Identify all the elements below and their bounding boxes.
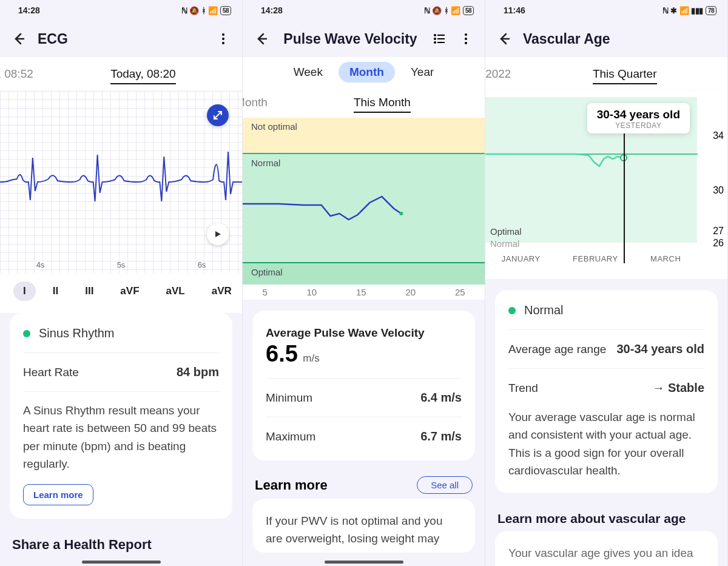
range-week[interactable]: Week (283, 62, 334, 83)
pwv-line (243, 118, 485, 288)
svg-point-7 (434, 41, 436, 44)
back-icon[interactable] (496, 31, 512, 47)
bluetooth-icon: ᚼ (201, 6, 206, 15)
app-header: Pulse Wave Velocity (243, 21, 485, 57)
va-tooltip: 30-34 years old YESTERDAY (587, 103, 690, 133)
vascular-age-chart[interactable]: 30-34 years old YESTERDAY Optimal Normal… (485, 91, 727, 279)
pwv-tip-text: If your PWV is not optimal and you are o… (266, 512, 462, 548)
lead-selector: I II III aVF aVL aVR (0, 273, 242, 313)
range-month[interactable]: Month (339, 62, 395, 83)
lead-aVR[interactable]: aVR (202, 281, 241, 301)
svg-point-2 (222, 42, 224, 44)
learn-more-button[interactable]: Learn more (23, 484, 93, 505)
status-bar: 11:46 ℕ ✱ 📶 ▮▮▮ 78 (485, 0, 727, 21)
page-title: ECG (38, 31, 204, 47)
lead-aVL[interactable]: aVL (157, 281, 195, 301)
month-tick: JANUARY (502, 254, 541, 263)
va-learn-text: Your vascular age gives you an idea of t… (508, 544, 704, 566)
back-icon[interactable] (254, 31, 269, 47)
expand-button[interactable] (207, 104, 229, 126)
home-indicator[interactable] (325, 561, 403, 564)
y-tick: 26 (713, 238, 724, 249)
quarter-tab-prev[interactable]: er 2022 (485, 57, 522, 90)
hr-value: 84 bpm (177, 365, 219, 379)
month-tabs: st Month This Month (243, 87, 485, 118)
home-indicator[interactable] (82, 561, 161, 564)
lead-III[interactable]: III (75, 281, 103, 301)
app-header: ECG (0, 21, 242, 57)
signal-icon: 📶 (208, 6, 218, 15)
va-cursor-line (624, 125, 625, 263)
quarter-tabs: er 2022 This Quarter (485, 57, 727, 91)
screen-ecg: 14:28 ℕ 🔕 ᚼ 📶 58 ECG ay, 08:52 Today, 08… (0, 0, 243, 566)
max-row: Maximum 6.7 m/s (266, 417, 462, 447)
ecg-x-ticks: 4s 5s 6s (0, 260, 242, 269)
bluetooth-icon: ✱ (670, 6, 677, 15)
svg-point-9 (465, 33, 467, 36)
svg-point-5 (434, 38, 436, 40)
pwv-chart[interactable]: Not optimal Normal Optimal 5 10 15 20 25 (243, 118, 485, 300)
heart-rate-row: Heart Rate 84 bpm (23, 353, 219, 392)
signal-icon: 📶 (451, 6, 460, 15)
lead-II[interactable]: II (43, 281, 68, 301)
status-icons: ℕ 🔕 ᚼ 📶 58 (424, 6, 474, 15)
status-bar: 14:28 ℕ 🔕 ᚼ 📶 58 (0, 0, 242, 21)
x-tick: 6s (198, 260, 206, 269)
va-learn-card[interactable]: Your vascular age gives you an idea of t… (495, 531, 718, 566)
mute-icon: 🔕 (432, 6, 442, 15)
subtab-active[interactable]: This Month (342, 87, 423, 118)
learn-more-heading: Learn more (255, 477, 328, 493)
va-status-label: Normal (524, 303, 563, 317)
play-button[interactable] (207, 223, 229, 245)
quarter-tab-active[interactable]: This Quarter (582, 57, 668, 90)
date-tab-active[interactable]: Today, 08:20 (99, 57, 186, 90)
x-tick: 20 (405, 287, 416, 297)
subtab-prev[interactable]: st Month (243, 87, 280, 118)
x-tick: 5 (262, 287, 267, 297)
rhythm-status: Sinus Rhythm (23, 326, 219, 353)
app-header: Vascular Age (485, 21, 727, 57)
svg-point-1 (222, 38, 224, 40)
pwv-tip-card[interactable]: If your PWV is not optimal and you are o… (252, 499, 475, 553)
min-row: Minimum 6.4 m/s (266, 379, 462, 417)
va-status: Normal (508, 303, 704, 330)
range-tabs: Week Month Year (243, 57, 485, 87)
lead-I[interactable]: I (13, 281, 36, 301)
ecg-result-card: Sinus Rhythm Heart Rate 84 bpm A Sinus R… (10, 313, 232, 519)
screen-pwv: 14:28 ℕ 🔕 ᚼ 📶 58 Pulse Wave Velocity Wee… (243, 0, 485, 566)
x-tick: 5s (117, 260, 126, 269)
va-tooltip-value: 30-34 years old (597, 108, 680, 121)
min-label: Minimum (266, 391, 312, 405)
svg-rect-4 (437, 35, 445, 36)
svg-point-3 (434, 34, 436, 36)
ecg-chart[interactable]: 4s 5s 6s (0, 91, 242, 273)
list-icon[interactable] (431, 31, 447, 47)
more-icon[interactable] (458, 31, 474, 47)
x-tick: 4s (36, 260, 45, 269)
va-tooltip-sub: YESTERDAY (597, 121, 680, 130)
battery-indicator: 78 (706, 6, 716, 15)
y-tick: 27 (713, 226, 724, 237)
x-tick: 25 (455, 287, 465, 297)
lead-aVF[interactable]: aVF (110, 281, 149, 301)
trend-value: → Stable (652, 381, 704, 395)
see-all-button[interactable]: See all (417, 476, 473, 494)
nfc-icon: ℕ (424, 6, 430, 15)
mute-icon: 🔕 (189, 6, 199, 15)
status-time: 14:28 (261, 5, 283, 15)
y-tick: 30 (713, 185, 724, 196)
ecg-waveform (0, 91, 242, 273)
status-dot-icon (23, 330, 30, 337)
range-year[interactable]: Year (400, 62, 445, 83)
max-value: 6.7 m/s (420, 430, 462, 443)
share-report-heading: Share a Health Report (0, 530, 242, 558)
page-title: Vascular Age (523, 31, 716, 47)
back-icon[interactable] (11, 31, 27, 47)
learn-more-heading: Learn more about vascular age (485, 504, 727, 531)
va-description: Your average vascular age is normal and … (508, 399, 704, 480)
more-icon[interactable] (215, 31, 231, 47)
pwv-x-axis: 5 10 15 20 25 (243, 285, 485, 297)
svg-point-0 (222, 33, 224, 36)
wifi-icon: 📶 (679, 6, 689, 15)
date-tab-prev[interactable]: ay, 08:52 (0, 57, 44, 90)
